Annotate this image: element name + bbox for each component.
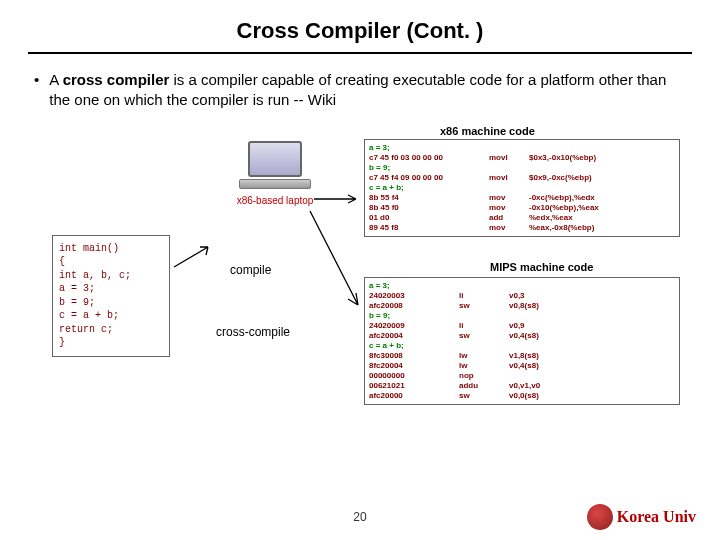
mips-hex: afc20000 — [369, 391, 459, 401]
x86-op: mov — [489, 193, 529, 203]
x86-hex: 8b 55 f4 — [369, 193, 489, 203]
x86-arg: %edx,%eax — [529, 213, 675, 223]
mips-arg: v0,8(s8) — [509, 301, 675, 311]
x86-op: mov — [489, 203, 529, 213]
mips-src: a = 3; — [369, 281, 675, 291]
mips-hex: 24020009 — [369, 321, 459, 331]
src-line: b = 9; — [59, 296, 163, 310]
mips-src: c = a + b; — [369, 341, 675, 351]
x86-src: c = a + b; — [369, 183, 675, 193]
mips-src: b = 9; — [369, 311, 675, 321]
mips-op: addu — [459, 381, 509, 391]
title-divider — [28, 52, 692, 54]
src-line: int main() — [59, 242, 163, 256]
x86-heading: x86 machine code — [440, 125, 535, 137]
mips-hex: 00000000 — [369, 371, 459, 381]
mips-op: lw — [459, 351, 509, 361]
x86-arg: -0xc(%ebp),%edx — [529, 193, 675, 203]
x86-arg: %eax,-0x8(%ebp) — [529, 223, 675, 233]
mips-arg: v0,3 — [509, 291, 675, 301]
cross-compile-label: cross-compile — [216, 325, 290, 339]
bullet-item: • A cross compiler is a compiler capable… — [0, 70, 720, 111]
mips-arg: v0,0(s8) — [509, 391, 675, 401]
x86-hex: 8b 45 f0 — [369, 203, 489, 213]
diagram-area: int main() { int a, b, c; a = 3; b = 9; … — [0, 125, 720, 455]
x86-hex: c7 45 f4 09 00 00 00 — [369, 173, 489, 183]
university-name: Korea Univ — [617, 508, 696, 526]
footer: 20 Korea Univ — [0, 504, 720, 530]
mips-arg: v0,4(s8) — [509, 361, 675, 371]
arrow-laptop-to-mips — [308, 209, 364, 309]
mips-hex: 00621021 — [369, 381, 459, 391]
mips-op: nop — [459, 371, 509, 381]
mips-arg: v0,4(s8) — [509, 331, 675, 341]
x86-op: add — [489, 213, 529, 223]
mips-hex: afc20004 — [369, 331, 459, 341]
x86-op: movl — [489, 153, 529, 163]
mips-op: sw — [459, 331, 509, 341]
mips-hex: 8fc20004 — [369, 361, 459, 371]
mips-arg: v0,9 — [509, 321, 675, 331]
mips-arg: v0,v1,v0 — [509, 381, 675, 391]
x86-hex: 01 d0 — [369, 213, 489, 223]
mips-arg: v1,8(s8) — [509, 351, 675, 361]
mips-op: sw — [459, 391, 509, 401]
src-line: { — [59, 255, 163, 269]
x86-src: a = 3; — [369, 143, 675, 153]
laptop-icon — [239, 141, 311, 193]
src-line: a = 3; — [59, 282, 163, 296]
source-code-box: int main() { int a, b, c; a = 3; b = 9; … — [52, 235, 170, 357]
mips-op: lw — [459, 361, 509, 371]
x86-hex: c7 45 f0 03 00 00 00 — [369, 153, 489, 163]
src-line: } — [59, 336, 163, 350]
x86-src: b = 9; — [369, 163, 675, 173]
page-number: 20 — [353, 510, 366, 524]
x86-op: mov — [489, 223, 529, 233]
src-line: int a, b, c; — [59, 269, 163, 283]
laptop-screen — [248, 141, 302, 177]
bullet-pre: A — [49, 71, 62, 88]
x86-arg: $0x9,-0xc(%ebp) — [529, 173, 675, 183]
university-logo-icon — [587, 504, 613, 530]
mips-arg — [509, 371, 675, 381]
x86-hex: 89 45 f8 — [369, 223, 489, 233]
bullet-bold: cross compiler — [63, 71, 170, 88]
mips-op: li — [459, 321, 509, 331]
arrow-laptop-to-x86 — [312, 193, 362, 205]
x86-arg: $0x3,-0x10(%ebp) — [529, 153, 675, 163]
x86-op: movl — [489, 173, 529, 183]
src-line: return c; — [59, 323, 163, 337]
x86-arg: -0x10(%ebp),%eax — [529, 203, 675, 213]
laptop-base — [239, 179, 311, 189]
mips-code-box: a = 3; 24020003liv0,3 afc20008swv0,8(s8)… — [364, 277, 680, 405]
mips-op: li — [459, 291, 509, 301]
mips-hex: afc20008 — [369, 301, 459, 311]
arrow-src-to-laptop — [172, 243, 220, 271]
src-line: c = a + b; — [59, 309, 163, 323]
bullet-text: A cross compiler is a compiler capable o… — [49, 70, 686, 111]
university-wrap: Korea Univ — [587, 504, 696, 530]
mips-hex: 24020003 — [369, 291, 459, 301]
mips-hex: 8fc30008 — [369, 351, 459, 361]
mips-heading: MIPS machine code — [490, 261, 593, 273]
mips-op: sw — [459, 301, 509, 311]
compile-label: compile — [230, 263, 271, 277]
bullet-dot: • — [34, 70, 39, 111]
x86-code-box: a = 3; c7 45 f0 03 00 00 00movl$0x3,-0x1… — [364, 139, 680, 237]
slide-title: Cross Compiler (Cont. ) — [0, 0, 720, 52]
